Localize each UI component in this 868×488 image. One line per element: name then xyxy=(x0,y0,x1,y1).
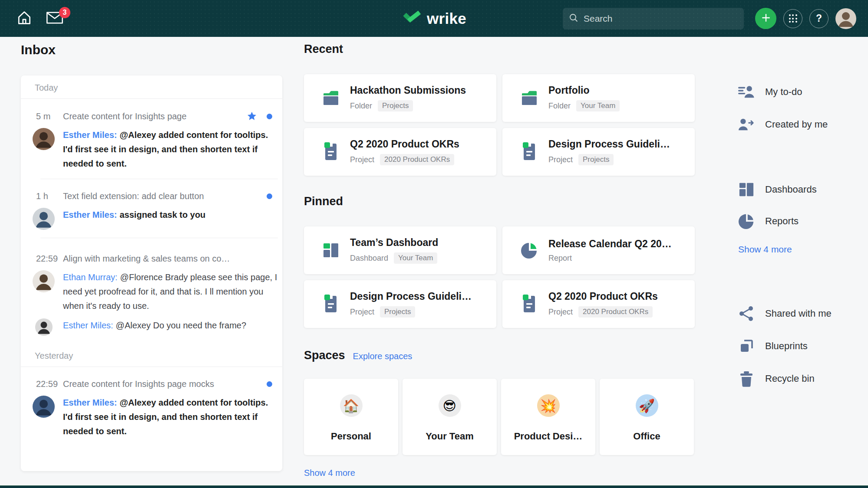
author-name[interactable]: Esther Miles: xyxy=(63,321,113,330)
project-icon xyxy=(520,142,539,161)
card-title: Hackathon Submissions xyxy=(350,85,466,96)
wrike-home-page: 3 wrike xyxy=(0,0,868,488)
recent-card-hackathon-submissions[interactable]: Hackathon Submissions Folder Projects xyxy=(304,74,496,122)
card-type: Report xyxy=(548,254,572,263)
sidebar-label: My to-do xyxy=(765,86,802,98)
space-card-personal[interactable]: 🏠 Personal xyxy=(304,379,398,455)
recent-card-q2-okrs[interactable]: Q2 2020 Product OKRs Project 2020 Produc… xyxy=(304,128,496,176)
inbox-group-label-yesterday: Yesterday xyxy=(21,344,282,367)
wrike-logo-text: wrike xyxy=(427,10,466,27)
card-type: Project xyxy=(548,155,573,164)
sidebar-item-created-by-me[interactable]: Created by me xyxy=(738,115,828,134)
navbar-right-group: ? xyxy=(563,0,856,37)
space-label: Product Desi… xyxy=(514,431,583,442)
user-avatar[interactable] xyxy=(835,8,856,29)
notification-time: 22:59 xyxy=(36,254,63,264)
card-tag[interactable]: Projects xyxy=(378,100,413,111)
pinned-card-design-process[interactable]: Design Process Guideli… Project Projects xyxy=(304,280,496,328)
recycle-bin-icon xyxy=(738,370,755,387)
wrike-logo-checkmark-icon xyxy=(402,10,422,26)
avatar xyxy=(35,318,53,336)
notification-item[interactable]: 22:59 Align with marketing & sales teams… xyxy=(21,238,282,344)
reports-icon xyxy=(738,213,755,229)
apps-grid-icon xyxy=(789,14,797,23)
spaces-section-title: Spaces xyxy=(304,349,345,362)
card-type: Folder xyxy=(548,102,571,111)
home-button[interactable] xyxy=(16,10,33,27)
card-title: Design Process Guideli… xyxy=(350,291,472,302)
space-card-office[interactable]: 🚀 Office xyxy=(600,379,694,455)
notification-item[interactable]: 5 m Create content for Insights page Est… xyxy=(21,99,282,179)
unread-dot xyxy=(267,381,272,387)
spaces-show-more-link[interactable]: Show 4 more xyxy=(304,468,355,478)
pinned-card-release-calendar[interactable]: Release Calendar Q2 20… Report xyxy=(502,226,695,274)
sidebar-item-my-todo[interactable]: My to-do xyxy=(738,82,802,102)
search-box[interactable] xyxy=(563,8,744,29)
card-tag[interactable]: Your Team xyxy=(394,252,437,264)
help-button[interactable]: ? xyxy=(809,9,828,28)
card-tag[interactable]: Your Team xyxy=(576,100,620,111)
space-label: Your Team xyxy=(426,431,473,442)
home-icon xyxy=(16,10,33,28)
sunglasses-emoji: 😎 xyxy=(439,394,461,417)
project-icon xyxy=(321,295,340,314)
notification-message: Ethan Murray:@Florence Brady please see … xyxy=(63,270,282,313)
house-emoji: 🏠 xyxy=(340,394,363,417)
author-name[interactable]: Esther Miles: xyxy=(63,130,117,140)
card-tag[interactable]: Projects xyxy=(380,306,415,318)
author-name[interactable]: Ethan Murray: xyxy=(63,272,118,282)
sidebar-label: Dashboards xyxy=(765,184,817,195)
recent-card-design-process[interactable]: Design Process Guideli… Project Projects xyxy=(502,128,695,176)
add-new-button[interactable] xyxy=(755,8,776,29)
top-navbar: 3 wrike xyxy=(0,0,868,37)
recent-section-title: Recent xyxy=(304,43,695,56)
avatar xyxy=(33,128,55,150)
blueprints-icon xyxy=(738,338,755,354)
apps-button[interactable] xyxy=(783,9,802,28)
space-card-your-team[interactable]: 😎 Your Team xyxy=(403,379,497,455)
sidebar-label: Reports xyxy=(765,216,799,227)
card-title: Design Process Guideli… xyxy=(548,138,670,150)
card-tag[interactable]: 2020 Product OKRs xyxy=(578,306,653,318)
space-cards: 🏠 Personal 😎 Your Team 💥 Product Desi… 🚀… xyxy=(304,379,695,455)
pinned-card-q2-okrs[interactable]: Q2 2020 Product OKRs Project 2020 Produc… xyxy=(502,280,695,328)
sidebar-item-reports[interactable]: Reports xyxy=(738,212,799,231)
author-name[interactable]: Esther Miles: xyxy=(63,398,117,407)
sidebar-item-shared-with-me[interactable]: Shared with me xyxy=(738,304,832,323)
author-name[interactable]: Esther Miles: xyxy=(63,210,117,219)
shared-with-me-icon xyxy=(738,305,755,322)
inbox-title: Inbox xyxy=(21,43,282,57)
sidebar-label: Created by me xyxy=(765,119,828,130)
card-type: Dashboard xyxy=(350,254,388,263)
card-tag[interactable]: Projects xyxy=(578,154,614,165)
sidebar-item-recycle-bin[interactable]: Recycle bin xyxy=(738,369,815,388)
report-pie-icon xyxy=(520,241,539,260)
notification-title: Create content for Insights page mocks xyxy=(63,379,267,389)
sidebar-show-more-link[interactable]: Show 4 more xyxy=(738,240,792,259)
created-by-me-icon xyxy=(738,116,755,133)
recent-card-portfolio[interactable]: Portfolio Folder Your Team xyxy=(502,74,695,122)
explore-spaces-link[interactable]: Explore spaces xyxy=(353,351,413,361)
inbox-card: Today 5 m Create content for Insights pa… xyxy=(21,75,282,471)
sidebar-item-blueprints[interactable]: Blueprints xyxy=(738,337,808,356)
notification-title: Text field extension: add clear button xyxy=(63,191,267,201)
sidebar-item-dashboards[interactable]: Dashboards xyxy=(738,180,817,199)
search-input[interactable] xyxy=(584,13,738,24)
pinned-card-teams-dashboard[interactable]: Team’s Dashboard Dashboard Your Team xyxy=(304,226,496,274)
avatar xyxy=(33,396,55,418)
bottom-edge xyxy=(0,485,868,488)
card-title: Portfolio xyxy=(548,85,620,96)
pinned-cards: Team’s Dashboard Dashboard Your Team Rel… xyxy=(304,226,695,328)
sidebar-label: Blueprints xyxy=(765,341,808,352)
notification-item[interactable]: 1 h Text field extension: add clear butt… xyxy=(21,179,282,238)
card-tag[interactable]: 2020 Product OKRs xyxy=(380,154,454,165)
notification-message: Esther Miles:@Alexey added content for t… xyxy=(63,396,271,439)
star-icon[interactable] xyxy=(247,111,257,121)
notification-item[interactable]: 22:59 Create content for Insights page m… xyxy=(21,367,282,446)
sidebar-label: Shared with me xyxy=(765,308,832,319)
notification-message: Esther Miles:assigned task to you xyxy=(63,208,271,230)
wrike-logo[interactable]: wrike xyxy=(402,0,466,37)
inbox-button[interactable]: 3 xyxy=(46,10,63,27)
add-plus-icon xyxy=(760,12,772,25)
space-card-product-design[interactable]: 💥 Product Desi… xyxy=(501,379,595,455)
